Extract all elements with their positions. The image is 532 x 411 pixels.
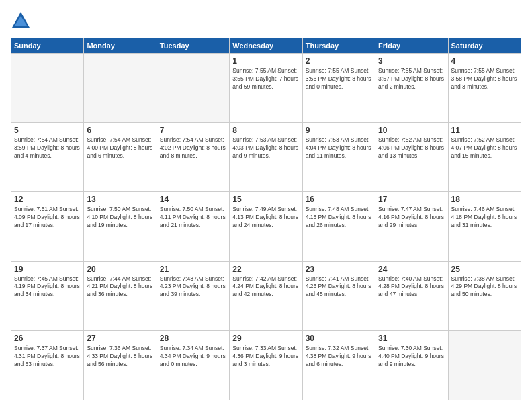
day-detail: Sunrise: 7:45 AM Sunset: 4:19 PM Dayligh… [14, 275, 81, 300]
day-of-week-header: Thursday [302, 38, 375, 54]
day-number: 2 [306, 56, 372, 66]
calendar-cell: 1Sunrise: 7:55 AM Sunset: 3:55 PM Daylig… [230, 54, 302, 123]
day-detail: Sunrise: 7:43 AM Sunset: 4:23 PM Dayligh… [160, 275, 226, 300]
day-detail: Sunrise: 7:41 AM Sunset: 4:26 PM Dayligh… [306, 275, 372, 300]
calendar-cell [11, 54, 84, 123]
day-number: 24 [378, 265, 445, 274]
calendar-cell: 3Sunrise: 7:55 AM Sunset: 3:57 PM Daylig… [375, 54, 448, 123]
calendar-week-row: 12Sunrise: 7:51 AM Sunset: 4:09 PM Dayli… [11, 192, 521, 261]
calendar-cell: 31Sunrise: 7:30 AM Sunset: 4:40 PM Dayli… [375, 330, 448, 400]
day-number: 3 [378, 56, 445, 66]
day-number: 12 [14, 195, 81, 204]
day-number: 21 [160, 265, 226, 274]
day-detail: Sunrise: 7:50 AM Sunset: 4:11 PM Dayligh… [160, 205, 226, 230]
day-number: 28 [160, 334, 226, 343]
page: SundayMondayTuesdayWednesdayThursdayFrid… [0, 0, 532, 411]
calendar-cell: 19Sunrise: 7:45 AM Sunset: 4:19 PM Dayli… [11, 261, 84, 330]
calendar-cell: 8Sunrise: 7:53 AM Sunset: 4:03 PM Daylig… [230, 123, 302, 192]
day-detail: Sunrise: 7:54 AM Sunset: 3:59 PM Dayligh… [14, 136, 81, 161]
calendar-cell: 14Sunrise: 7:50 AM Sunset: 4:11 PM Dayli… [157, 192, 229, 261]
day-detail: Sunrise: 7:54 AM Sunset: 4:00 PM Dayligh… [87, 136, 153, 161]
logo [11, 11, 34, 31]
calendar-cell: 17Sunrise: 7:47 AM Sunset: 4:16 PM Dayli… [375, 192, 448, 261]
day-number: 30 [306, 334, 372, 343]
day-detail: Sunrise: 7:52 AM Sunset: 4:07 PM Dayligh… [451, 136, 518, 161]
calendar-cell: 6Sunrise: 7:54 AM Sunset: 4:00 PM Daylig… [84, 123, 157, 192]
day-detail: Sunrise: 7:53 AM Sunset: 4:03 PM Dayligh… [232, 136, 299, 161]
days-of-week-row: SundayMondayTuesdayWednesdayThursdayFrid… [11, 38, 521, 54]
day-number: 6 [87, 126, 153, 135]
day-detail: Sunrise: 7:38 AM Sunset: 4:29 PM Dayligh… [451, 275, 518, 300]
calendar-cell: 27Sunrise: 7:36 AM Sunset: 4:33 PM Dayli… [84, 330, 157, 400]
calendar-week-row: 5Sunrise: 7:54 AM Sunset: 3:59 PM Daylig… [11, 123, 521, 192]
calendar-cell: 4Sunrise: 7:55 AM Sunset: 3:58 PM Daylig… [448, 54, 521, 123]
day-detail: Sunrise: 7:40 AM Sunset: 4:28 PM Dayligh… [378, 275, 445, 300]
calendar-cell: 28Sunrise: 7:34 AM Sunset: 4:34 PM Dayli… [157, 330, 229, 400]
day-detail: Sunrise: 7:55 AM Sunset: 3:57 PM Dayligh… [378, 67, 445, 91]
calendar-cell: 9Sunrise: 7:53 AM Sunset: 4:04 PM Daylig… [302, 123, 375, 192]
calendar-cell: 16Sunrise: 7:48 AM Sunset: 4:15 PM Dayli… [302, 192, 375, 261]
calendar-cell: 13Sunrise: 7:50 AM Sunset: 4:10 PM Dayli… [84, 192, 157, 261]
day-number: 13 [87, 195, 153, 204]
day-number: 25 [451, 265, 518, 274]
day-detail: Sunrise: 7:55 AM Sunset: 3:58 PM Dayligh… [451, 67, 518, 91]
calendar-cell: 25Sunrise: 7:38 AM Sunset: 4:29 PM Dayli… [448, 261, 521, 330]
calendar-cell: 24Sunrise: 7:40 AM Sunset: 4:28 PM Dayli… [375, 261, 448, 330]
day-detail: Sunrise: 7:33 AM Sunset: 4:36 PM Dayligh… [232, 345, 299, 369]
day-detail: Sunrise: 7:44 AM Sunset: 4:21 PM Dayligh… [87, 275, 153, 300]
day-detail: Sunrise: 7:42 AM Sunset: 4:24 PM Dayligh… [232, 275, 299, 300]
day-number: 19 [14, 265, 81, 274]
day-detail: Sunrise: 7:51 AM Sunset: 4:09 PM Dayligh… [14, 205, 81, 230]
day-number: 27 [87, 334, 153, 343]
day-number: 14 [160, 195, 226, 204]
calendar-week-row: 19Sunrise: 7:45 AM Sunset: 4:19 PM Dayli… [11, 261, 521, 330]
day-number: 22 [232, 265, 299, 274]
day-of-week-header: Wednesday [230, 38, 302, 54]
calendar-cell: 22Sunrise: 7:42 AM Sunset: 4:24 PM Dayli… [230, 261, 302, 330]
day-detail: Sunrise: 7:36 AM Sunset: 4:33 PM Dayligh… [87, 345, 153, 369]
day-detail: Sunrise: 7:54 AM Sunset: 4:02 PM Dayligh… [160, 136, 226, 161]
day-of-week-header: Sunday [11, 38, 84, 54]
calendar-cell: 30Sunrise: 7:32 AM Sunset: 4:38 PM Dayli… [302, 330, 375, 400]
calendar-cell [157, 54, 229, 123]
calendar-cell: 15Sunrise: 7:49 AM Sunset: 4:13 PM Dayli… [230, 192, 302, 261]
day-number: 4 [451, 56, 518, 66]
day-number: 8 [232, 126, 299, 135]
day-of-week-header: Tuesday [157, 38, 229, 54]
day-detail: Sunrise: 7:34 AM Sunset: 4:34 PM Dayligh… [160, 345, 226, 369]
day-detail: Sunrise: 7:55 AM Sunset: 3:56 PM Dayligh… [306, 67, 372, 91]
calendar-cell: 18Sunrise: 7:46 AM Sunset: 4:18 PM Dayli… [448, 192, 521, 261]
day-number: 18 [451, 195, 518, 204]
day-detail: Sunrise: 7:46 AM Sunset: 4:18 PM Dayligh… [451, 205, 518, 230]
day-of-week-header: Monday [84, 38, 157, 54]
calendar-cell [448, 330, 521, 400]
day-detail: Sunrise: 7:48 AM Sunset: 4:15 PM Dayligh… [306, 205, 372, 230]
day-number: 5 [14, 126, 81, 135]
calendar-cell: 5Sunrise: 7:54 AM Sunset: 3:59 PM Daylig… [11, 123, 84, 192]
day-number: 15 [232, 195, 299, 204]
day-number: 23 [306, 265, 372, 274]
day-detail: Sunrise: 7:30 AM Sunset: 4:40 PM Dayligh… [378, 345, 445, 369]
calendar-cell: 23Sunrise: 7:41 AM Sunset: 4:26 PM Dayli… [302, 261, 375, 330]
header [11, 11, 521, 31]
day-number: 29 [232, 334, 299, 343]
day-detail: Sunrise: 7:55 AM Sunset: 3:55 PM Dayligh… [232, 67, 299, 91]
calendar-cell: 26Sunrise: 7:37 AM Sunset: 4:31 PM Dayli… [11, 330, 84, 400]
logo-icon [11, 11, 31, 31]
day-number: 26 [14, 334, 81, 343]
day-detail: Sunrise: 7:52 AM Sunset: 4:06 PM Dayligh… [378, 136, 445, 161]
day-of-week-header: Friday [375, 38, 448, 54]
day-detail: Sunrise: 7:32 AM Sunset: 4:38 PM Dayligh… [306, 345, 372, 369]
day-detail: Sunrise: 7:49 AM Sunset: 4:13 PM Dayligh… [232, 205, 299, 230]
calendar-cell: 21Sunrise: 7:43 AM Sunset: 4:23 PM Dayli… [157, 261, 229, 330]
calendar-cell: 10Sunrise: 7:52 AM Sunset: 4:06 PM Dayli… [375, 123, 448, 192]
day-number: 16 [306, 195, 372, 204]
day-number: 31 [378, 334, 445, 343]
day-detail: Sunrise: 7:53 AM Sunset: 4:04 PM Dayligh… [306, 136, 372, 161]
day-number: 11 [451, 126, 518, 135]
day-number: 17 [378, 195, 445, 204]
day-of-week-header: Saturday [448, 38, 521, 54]
calendar-cell: 20Sunrise: 7:44 AM Sunset: 4:21 PM Dayli… [84, 261, 157, 330]
day-detail: Sunrise: 7:50 AM Sunset: 4:10 PM Dayligh… [87, 205, 153, 230]
calendar-cell: 29Sunrise: 7:33 AM Sunset: 4:36 PM Dayli… [230, 330, 302, 400]
